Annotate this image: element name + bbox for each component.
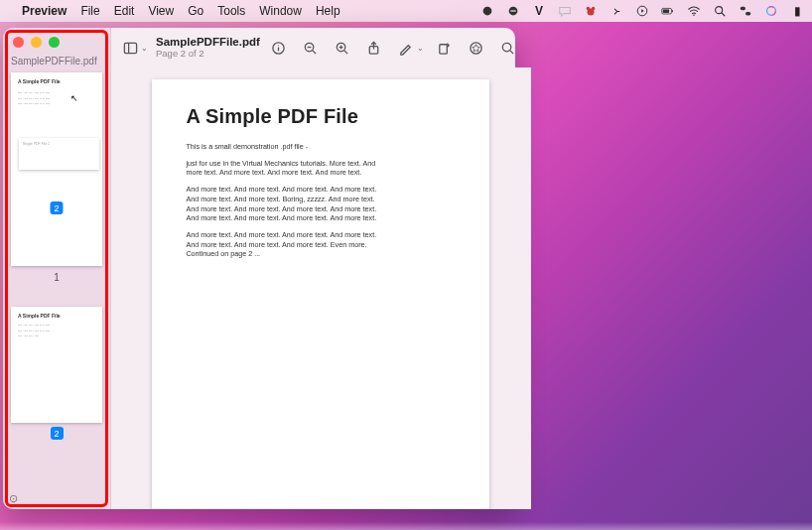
zoom-out-button[interactable] <box>300 37 322 59</box>
control-center-icon[interactable] <box>739 4 752 18</box>
svg-point-0 <box>483 7 492 16</box>
menu-window[interactable]: Window <box>259 4 302 18</box>
page-paragraph: And more text. And more text. And more t… <box>186 185 384 223</box>
page-heading: A Simple PDF File <box>186 105 456 128</box>
battery-icon[interactable] <box>661 4 675 18</box>
svg-point-32 <box>503 43 511 51</box>
share-button[interactable] <box>363 37 385 59</box>
svg-line-33 <box>510 50 513 53</box>
thumbnail-preview: A Simple PDF File ···· ···· ···· ···· ··… <box>11 72 102 113</box>
svg-line-23 <box>313 50 316 53</box>
thumbnail-item[interactable]: A Simple PDF File ···· ···· ···· ···· ··… <box>11 72 102 283</box>
thumbnail-overlay[interactable]: Single PDF File 2 <box>19 138 99 170</box>
svg-point-21 <box>278 45 279 46</box>
chat-icon[interactable] <box>558 4 572 18</box>
svg-rect-17 <box>124 43 136 53</box>
app-name[interactable]: Preview <box>22 4 67 18</box>
zoom-window-button[interactable] <box>49 37 60 48</box>
markup-button[interactable] <box>395 37 417 59</box>
letter-v-icon[interactable]: V <box>532 4 546 18</box>
thumbnail-item[interactable]: A Simple PDF File ···· ···· ···· ···· ··… <box>11 307 102 440</box>
thumbnail-page-number: 1 <box>11 272 102 283</box>
menu-tools[interactable]: Tools <box>217 4 245 18</box>
document-area[interactable]: A Simple PDF File This is a small demons… <box>111 67 531 509</box>
sidebar-footer-icon[interactable]: ⊙ <box>9 492 18 505</box>
preview-window: SamplePDFFile.pdf A Simple PDF File ····… <box>3 28 515 509</box>
document-subtitle: Page 2 of 2 <box>156 49 260 59</box>
menu-go[interactable]: Go <box>188 4 203 18</box>
toolbar-actions: ⌄ <box>268 37 523 59</box>
svg-rect-13 <box>741 7 745 11</box>
menu-bar-left: Preview File Edit View Go Tools Window H… <box>8 4 340 18</box>
bluetooth-icon[interactable]: ᚛ <box>609 4 623 18</box>
thumbnail-badge: 2 <box>51 201 64 214</box>
menu-view[interactable]: View <box>148 4 174 18</box>
record-icon[interactable] <box>480 4 494 18</box>
svg-rect-8 <box>672 10 673 12</box>
page-paragraph: just for use in the Virtual Mechanics tu… <box>186 159 384 178</box>
spotlight-icon[interactable] <box>713 4 727 18</box>
sidebar-filename: SamplePDFFile.pdf <box>3 52 110 72</box>
view-mode-segment[interactable]: ⌄ <box>119 37 148 59</box>
svg-rect-14 <box>745 12 750 16</box>
window-controls <box>3 28 110 52</box>
svg-point-5 <box>588 8 595 15</box>
svg-rect-2 <box>510 10 515 11</box>
title-block: SamplePDFFile.pdf Page 2 of 2 <box>156 36 260 59</box>
menu-help[interactable]: Help <box>316 4 340 18</box>
thumbnail-preview: A Simple PDF File ···· ···· ···· ···· ··… <box>11 307 102 345</box>
notch-icon: ▮ <box>790 4 804 18</box>
svg-line-26 <box>344 50 347 53</box>
window-toolbar: ⌄ SamplePDFFile.pdf Page 2 of 2 ⌄ <box>111 28 531 67</box>
svg-point-10 <box>693 14 695 16</box>
thumbnail-page-1[interactable]: A Simple PDF File ···· ···· ···· ···· ··… <box>11 72 102 266</box>
pdf-page: A Simple PDF File This is a small demons… <box>152 79 489 509</box>
bear-icon[interactable] <box>584 4 598 18</box>
menu-bar-right: V ᚛ ▮ <box>480 4 804 18</box>
menu-file[interactable]: File <box>80 4 99 18</box>
svg-rect-9 <box>663 9 669 12</box>
sidebar-toggle-icon[interactable] <box>119 37 141 59</box>
minimize-window-button[interactable] <box>31 37 42 48</box>
svg-rect-30 <box>440 44 448 53</box>
page-paragraph: This is a small demonstration .pdf file … <box>186 142 384 152</box>
chevron-down-icon[interactable]: ⌄ <box>141 44 148 53</box>
dnd-icon[interactable] <box>506 4 520 18</box>
info-button[interactable] <box>268 37 290 59</box>
cursor-arrow-icon: ↖ <box>70 92 78 105</box>
close-window-button[interactable] <box>13 37 24 48</box>
page-paragraph: And more text. And more text. And more t… <box>186 230 384 259</box>
svg-point-11 <box>716 7 723 14</box>
thumbnail-list: A Simple PDF File ···· ···· ···· ···· ··… <box>3 72 110 448</box>
menu-edit[interactable]: Edit <box>114 4 135 18</box>
siri-icon[interactable] <box>764 4 778 18</box>
wifi-icon[interactable] <box>687 4 701 18</box>
menu-bar: Preview File Edit View Go Tools Window H… <box>0 0 812 22</box>
chevron-down-icon[interactable]: ⌄ <box>417 44 424 53</box>
highlight-button[interactable] <box>466 37 487 59</box>
svg-line-12 <box>722 13 726 17</box>
thumbnail-badge: 2 <box>51 427 64 440</box>
thumbnails-sidebar: SamplePDFFile.pdf A Simple PDF File ····… <box>3 28 111 509</box>
play-circle-icon[interactable] <box>635 4 649 18</box>
search-button[interactable] <box>497 37 519 59</box>
thumbnail-page-2[interactable]: A Simple PDF File ···· ···· ···· ···· ··… <box>11 307 102 423</box>
rotate-button[interactable] <box>434 37 456 59</box>
document-pane: ⌄ SamplePDFFile.pdf Page 2 of 2 ⌄ <box>111 28 531 509</box>
dock-area <box>0 522 812 530</box>
zoom-in-button[interactable] <box>332 37 353 59</box>
